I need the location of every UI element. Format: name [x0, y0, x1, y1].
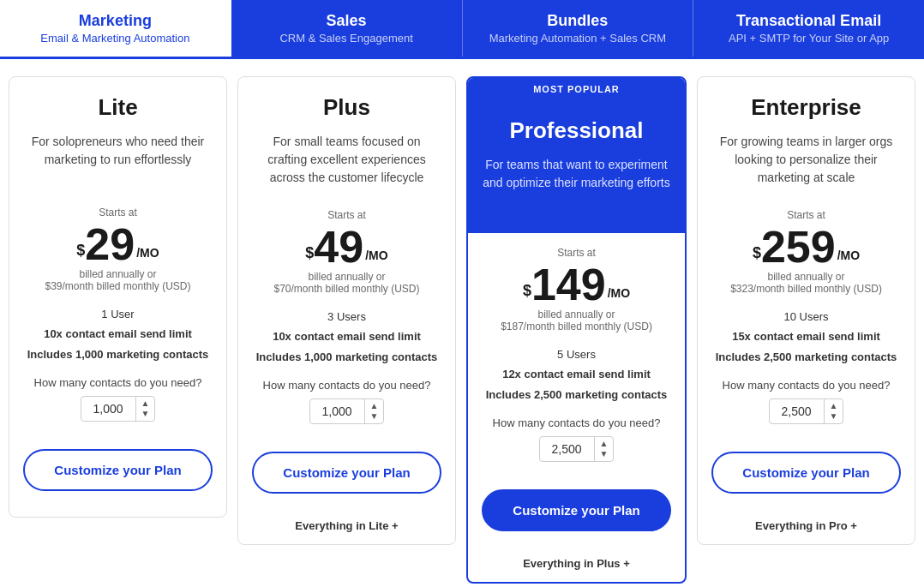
spinner-up-plus[interactable]: ▲ — [370, 401, 379, 411]
nav-tab-bundles[interactable]: Bundles Marketing Automation + Sales CRM — [463, 0, 694, 57]
nav-tabs: Marketing Email & Marketing Automation S… — [0, 0, 924, 59]
nav-tab-transactional[interactable]: Transactional Email API + SMTP for Your … — [693, 0, 924, 57]
plan-name-plus: Plus — [252, 94, 441, 121]
plan-body-enterprise: Starts at $ 259 /MO billed annually or$3… — [698, 195, 915, 519]
contacts-spinner-professional[interactable]: 2,500 ▲ ▼ — [539, 436, 615, 462]
customize-btn-lite[interactable]: Customize your Plan — [23, 449, 213, 491]
billed-note-enterprise: billed annually or$323/month billed mont… — [711, 271, 901, 295]
contacts-label-enterprise: How many contacts do you need? — [711, 379, 901, 392]
spinner-down-plus[interactable]: ▼ — [370, 411, 379, 422]
tab-subtitle-sales: CRM & Sales Engagement — [240, 32, 453, 45]
price-row-lite: $ 29 /MO — [23, 222, 213, 267]
billed-note-plus: billed annually or$70/month billed month… — [252, 271, 441, 295]
price-row-plus: $ 49 /MO — [252, 225, 441, 269]
contacts-label-plus: How many contacts do you need? — [252, 379, 441, 392]
price-mo-professional: /MO — [608, 286, 630, 300]
price-mo-enterprise: /MO — [837, 249, 860, 262]
plan-name-enterprise: Enterprise — [711, 94, 901, 121]
spinner-arrows-plus[interactable]: ▲ ▼ — [365, 401, 384, 422]
contacts-spinner-lite[interactable]: 1,000 ▲ ▼ — [81, 396, 156, 422]
price-amount-lite: 29 — [85, 222, 135, 267]
everything-in-professional: Everything in Plus + — [468, 557, 685, 582]
plan-card-plus: Plus For small teams focused on crafting… — [237, 76, 456, 545]
price-mo-lite: /MO — [136, 246, 159, 260]
customize-btn-professional[interactable]: Customize your Plan — [482, 489, 671, 531]
spinner-arrows-lite[interactable]: ▲ ▼ — [136, 398, 155, 419]
price-row-enterprise: $ 259 /MO — [711, 225, 901, 269]
spinner-arrows-enterprise[interactable]: ▲ ▼ — [825, 401, 843, 422]
contacts-spinner-plus[interactable]: 1,000 ▲ ▼ — [309, 398, 385, 424]
tab-subtitle-bundles: Marketing Automation + Sales CRM — [471, 32, 685, 45]
plan-features-professional: 5 Users 12x contact email send limit Inc… — [482, 344, 671, 404]
customize-btn-enterprise[interactable]: Customize your Plan — [711, 452, 901, 494]
contacts-value-lite: 1,000 — [81, 397, 136, 421]
plan-description-lite: For solopreneurs who need their marketin… — [23, 133, 213, 184]
plan-body-plus: Starts at $ 49 /MO billed annually or$70… — [238, 195, 455, 519]
contacts-value-professional: 2,500 — [540, 437, 595, 461]
price-dollar-enterprise: $ — [753, 244, 761, 262]
customize-btn-plus[interactable]: Customize your Plan — [252, 452, 441, 494]
plan-body-lite: Starts at $ 29 /MO billed annually or$39… — [9, 193, 226, 517]
plan-card-professional: MOST POPULAR Professional For teams that… — [466, 76, 687, 584]
price-dollar-plus: $ — [305, 244, 314, 262]
spinner-up-lite[interactable]: ▲ — [141, 398, 150, 409]
tab-subtitle-marketing: Email & Marketing Automation — [9, 32, 222, 45]
plan-name-professional: Professional — [482, 117, 671, 144]
everything-in-plus: Everything in Lite + — [238, 519, 455, 544]
spinner-down-lite[interactable]: ▼ — [141, 409, 150, 419]
plan-body-professional: Starts at $ 149 /MO billed annually or$1… — [468, 233, 685, 557]
billed-note-lite: billed annually or$39/month billed month… — [23, 268, 213, 292]
plan-features-enterprise: 10 Users 15x contact email send limit In… — [711, 307, 901, 367]
contacts-label-professional: How many contacts do you need? — [482, 416, 671, 429]
plan-card-lite: Lite For solopreneurs who need their mar… — [9, 76, 227, 518]
plan-header-plus: Plus For small teams focused on crafting… — [238, 77, 455, 187]
price-amount-plus: 49 — [314, 225, 363, 269]
plan-features-lite: 1 User 10x contact email send limit Incl… — [23, 304, 213, 364]
price-amount-enterprise: 259 — [761, 225, 836, 269]
tab-title-marketing: Marketing — [9, 12, 222, 30]
plan-header-lite: Lite For solopreneurs who need their mar… — [9, 77, 226, 184]
everything-in-enterprise: Everything in Pro + — [698, 519, 915, 544]
plan-description-plus: For small teams focused on crafting exce… — [252, 133, 441, 187]
spinner-down-enterprise[interactable]: ▼ — [830, 411, 838, 422]
price-row-professional: $ 149 /MO — [482, 262, 671, 307]
contacts-spinner-enterprise[interactable]: 2,500 ▲ ▼ — [769, 398, 844, 424]
price-amount-professional: 149 — [531, 262, 606, 307]
billed-note-professional: billed annually or$187/month billed mont… — [482, 308, 671, 332]
price-dollar-lite: $ — [76, 242, 85, 260]
popular-badge: MOST POPULAR — [468, 78, 685, 100]
contacts-value-enterprise: 2,500 — [770, 399, 825, 423]
nav-tab-marketing[interactable]: Marketing Email & Marketing Automation — [0, 0, 231, 57]
starts-at-enterprise: Starts at — [711, 209, 901, 221]
plan-header-professional: Professional For teams that want to expe… — [468, 100, 685, 233]
tab-subtitle-transactional: API + SMTP for Your Site or App — [702, 32, 915, 45]
tab-title-sales: Sales — [240, 12, 453, 30]
plans-container: Lite For solopreneurs who need their mar… — [0, 59, 924, 587]
plan-header-enterprise: Enterprise For growing teams in larger o… — [698, 77, 915, 187]
spinner-up-enterprise[interactable]: ▲ — [830, 401, 838, 411]
contacts-value-plus: 1,000 — [310, 399, 365, 423]
plan-features-plus: 3 Users 10x contact email send limit Inc… — [252, 307, 441, 367]
price-dollar-professional: $ — [523, 282, 531, 300]
plan-description-enterprise: For growing teams in larger orgs looking… — [711, 133, 901, 187]
spinner-up-professional[interactable]: ▲ — [600, 439, 609, 449]
tab-title-bundles: Bundles — [471, 12, 685, 30]
spinner-down-professional[interactable]: ▼ — [600, 449, 609, 459]
starts-at-plus: Starts at — [252, 209, 441, 221]
spinner-arrows-professional[interactable]: ▲ ▼ — [595, 439, 614, 459]
starts-at-lite: Starts at — [23, 207, 213, 219]
price-mo-plus: /MO — [365, 249, 387, 262]
plan-description-professional: For teams that want to experiment and op… — [482, 156, 671, 207]
tab-title-transactional: Transactional Email — [702, 12, 915, 30]
nav-tab-sales[interactable]: Sales CRM & Sales Engagement — [231, 0, 463, 57]
plan-card-enterprise: Enterprise For growing teams in larger o… — [697, 76, 915, 545]
starts-at-professional: Starts at — [482, 247, 671, 259]
contacts-label-lite: How many contacts do you need? — [23, 376, 213, 389]
plan-name-lite: Lite — [23, 94, 213, 121]
